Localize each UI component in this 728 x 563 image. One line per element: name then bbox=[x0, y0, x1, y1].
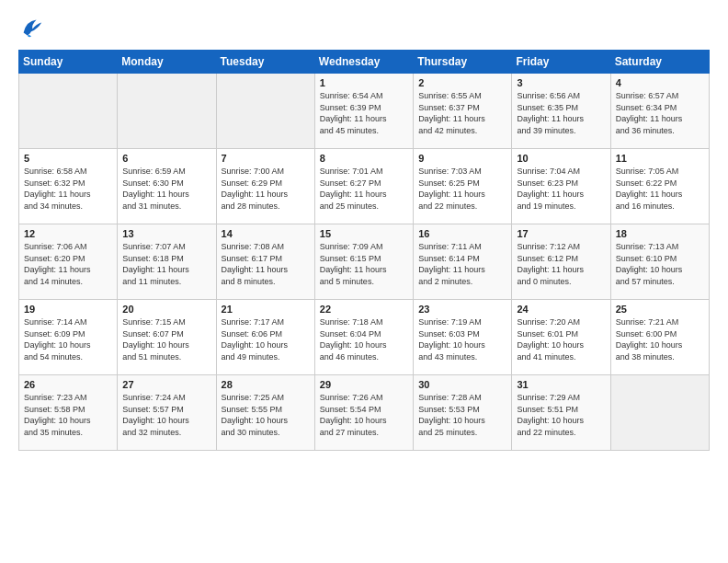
calendar-cell: 6Sunrise: 6:59 AM Sunset: 6:30 PM Daylig… bbox=[118, 149, 216, 224]
calendar-cell: 28Sunrise: 7:25 AM Sunset: 5:55 PM Dayli… bbox=[216, 375, 314, 451]
calendar-cell: 21Sunrise: 7:17 AM Sunset: 6:06 PM Dayli… bbox=[216, 300, 314, 375]
day-number: 12 bbox=[24, 228, 112, 239]
day-info: Sunrise: 7:20 AM Sunset: 6:01 PM Dayligh… bbox=[517, 316, 605, 362]
day-number: 6 bbox=[122, 153, 210, 164]
day-info: Sunrise: 7:00 AM Sunset: 6:29 PM Dayligh… bbox=[222, 166, 310, 212]
day-info: Sunrise: 6:55 AM Sunset: 6:37 PM Dayligh… bbox=[418, 90, 506, 136]
day-info: Sunrise: 7:15 AM Sunset: 6:07 PM Dayligh… bbox=[122, 316, 210, 362]
day-number: 7 bbox=[222, 153, 310, 164]
day-info: Sunrise: 7:29 AM Sunset: 5:51 PM Dayligh… bbox=[517, 392, 605, 438]
logo bbox=[18, 15, 48, 40]
calendar-cell: 15Sunrise: 7:09 AM Sunset: 6:15 PM Dayli… bbox=[314, 224, 413, 300]
day-number: 28 bbox=[222, 379, 310, 390]
day-number: 31 bbox=[517, 379, 605, 390]
page-container: SundayMondayTuesdayWednesdayThursdayFrid… bbox=[0, 0, 728, 460]
day-info: Sunrise: 7:13 AM Sunset: 6:10 PM Dayligh… bbox=[616, 241, 704, 287]
calendar-cell: 18Sunrise: 7:13 AM Sunset: 6:10 PM Dayli… bbox=[610, 224, 709, 300]
calendar-cell: 25Sunrise: 7:21 AM Sunset: 6:00 PM Dayli… bbox=[610, 300, 709, 375]
day-info: Sunrise: 7:28 AM Sunset: 5:53 PM Dayligh… bbox=[418, 392, 506, 438]
day-number: 18 bbox=[616, 228, 704, 239]
calendar-cell: 8Sunrise: 7:01 AM Sunset: 6:27 PM Daylig… bbox=[314, 149, 413, 224]
calendar-cell: 29Sunrise: 7:26 AM Sunset: 5:54 PM Dayli… bbox=[314, 375, 413, 451]
calendar-cell: 13Sunrise: 7:07 AM Sunset: 6:18 PM Dayli… bbox=[118, 224, 216, 300]
day-number: 4 bbox=[616, 77, 704, 88]
day-info: Sunrise: 7:05 AM Sunset: 6:22 PM Dayligh… bbox=[616, 166, 704, 212]
day-info: Sunrise: 7:17 AM Sunset: 6:06 PM Dayligh… bbox=[222, 316, 310, 362]
day-info: Sunrise: 7:21 AM Sunset: 6:00 PM Dayligh… bbox=[616, 316, 704, 362]
calendar-week-2: 5Sunrise: 6:58 AM Sunset: 6:32 PM Daylig… bbox=[19, 149, 710, 224]
calendar-cell: 27Sunrise: 7:24 AM Sunset: 5:57 PM Dayli… bbox=[118, 375, 216, 451]
calendar-cell: 31Sunrise: 7:29 AM Sunset: 5:51 PM Dayli… bbox=[512, 375, 610, 451]
day-info: Sunrise: 7:11 AM Sunset: 6:14 PM Dayligh… bbox=[418, 241, 506, 287]
day-number: 10 bbox=[517, 153, 605, 164]
calendar-cell: 17Sunrise: 7:12 AM Sunset: 6:12 PM Dayli… bbox=[512, 224, 610, 300]
calendar-cell bbox=[19, 74, 118, 149]
calendar-cell: 3Sunrise: 6:56 AM Sunset: 6:35 PM Daylig… bbox=[512, 74, 610, 149]
calendar-cell bbox=[216, 74, 314, 149]
calendar-cell: 2Sunrise: 6:55 AM Sunset: 6:37 PM Daylig… bbox=[414, 74, 512, 149]
calendar-cell: 12Sunrise: 7:06 AM Sunset: 6:20 PM Dayli… bbox=[19, 224, 118, 300]
day-info: Sunrise: 7:25 AM Sunset: 5:55 PM Dayligh… bbox=[222, 392, 310, 438]
day-number: 5 bbox=[24, 153, 112, 164]
day-info: Sunrise: 7:23 AM Sunset: 5:58 PM Dayligh… bbox=[24, 392, 112, 438]
day-info: Sunrise: 7:07 AM Sunset: 6:18 PM Dayligh… bbox=[122, 241, 210, 287]
day-number: 16 bbox=[418, 228, 506, 239]
calendar-cell: 7Sunrise: 7:00 AM Sunset: 6:29 PM Daylig… bbox=[216, 149, 314, 224]
calendar-week-4: 19Sunrise: 7:14 AM Sunset: 6:09 PM Dayli… bbox=[19, 300, 710, 375]
calendar-cell: 5Sunrise: 6:58 AM Sunset: 6:32 PM Daylig… bbox=[19, 149, 118, 224]
day-header-sunday: Sunday bbox=[19, 51, 118, 74]
logo-bird-icon bbox=[18, 15, 44, 40]
day-number: 15 bbox=[320, 228, 408, 239]
day-info: Sunrise: 6:57 AM Sunset: 6:34 PM Dayligh… bbox=[616, 90, 704, 136]
day-info: Sunrise: 7:08 AM Sunset: 6:17 PM Dayligh… bbox=[222, 241, 310, 287]
day-number: 3 bbox=[517, 77, 605, 88]
day-header-thursday: Thursday bbox=[414, 51, 512, 74]
calendar-cell: 24Sunrise: 7:20 AM Sunset: 6:01 PM Dayli… bbox=[512, 300, 610, 375]
calendar-week-1: 1Sunrise: 6:54 AM Sunset: 6:39 PM Daylig… bbox=[19, 74, 710, 149]
day-info: Sunrise: 7:09 AM Sunset: 6:15 PM Dayligh… bbox=[320, 241, 408, 287]
day-info: Sunrise: 7:26 AM Sunset: 5:54 PM Dayligh… bbox=[320, 392, 408, 438]
day-header-wednesday: Wednesday bbox=[314, 51, 413, 74]
page-header bbox=[18, 15, 710, 40]
calendar-cell: 14Sunrise: 7:08 AM Sunset: 6:17 PM Dayli… bbox=[216, 224, 314, 300]
calendar-cell: 10Sunrise: 7:04 AM Sunset: 6:23 PM Dayli… bbox=[512, 149, 610, 224]
day-header-saturday: Saturday bbox=[610, 51, 709, 74]
day-info: Sunrise: 6:56 AM Sunset: 6:35 PM Dayligh… bbox=[517, 90, 605, 136]
day-info: Sunrise: 7:19 AM Sunset: 6:03 PM Dayligh… bbox=[418, 316, 506, 362]
day-info: Sunrise: 7:06 AM Sunset: 6:20 PM Dayligh… bbox=[24, 241, 112, 287]
day-number: 8 bbox=[320, 153, 408, 164]
day-info: Sunrise: 7:24 AM Sunset: 5:57 PM Dayligh… bbox=[122, 392, 210, 438]
day-info: Sunrise: 7:03 AM Sunset: 6:25 PM Dayligh… bbox=[418, 166, 506, 212]
calendar-cell: 19Sunrise: 7:14 AM Sunset: 6:09 PM Dayli… bbox=[19, 300, 118, 375]
day-info: Sunrise: 6:58 AM Sunset: 6:32 PM Dayligh… bbox=[24, 166, 112, 212]
calendar-header-row: SundayMondayTuesdayWednesdayThursdayFrid… bbox=[19, 51, 710, 74]
calendar-cell: 11Sunrise: 7:05 AM Sunset: 6:22 PM Dayli… bbox=[610, 149, 709, 224]
day-number: 17 bbox=[517, 228, 605, 239]
calendar-cell: 20Sunrise: 7:15 AM Sunset: 6:07 PM Dayli… bbox=[118, 300, 216, 375]
day-number: 1 bbox=[320, 77, 408, 88]
day-header-friday: Friday bbox=[512, 51, 610, 74]
calendar-cell: 23Sunrise: 7:19 AM Sunset: 6:03 PM Dayli… bbox=[414, 300, 512, 375]
day-number: 2 bbox=[418, 77, 506, 88]
calendar-week-3: 12Sunrise: 7:06 AM Sunset: 6:20 PM Dayli… bbox=[19, 224, 710, 300]
day-number: 29 bbox=[320, 379, 408, 390]
day-number: 9 bbox=[418, 153, 506, 164]
day-info: Sunrise: 7:14 AM Sunset: 6:09 PM Dayligh… bbox=[24, 316, 112, 362]
day-info: Sunrise: 6:54 AM Sunset: 6:39 PM Dayligh… bbox=[320, 90, 408, 136]
day-header-tuesday: Tuesday bbox=[216, 51, 314, 74]
day-number: 14 bbox=[222, 228, 310, 239]
day-number: 21 bbox=[222, 304, 310, 315]
calendar-cell bbox=[610, 375, 709, 451]
calendar-cell: 1Sunrise: 6:54 AM Sunset: 6:39 PM Daylig… bbox=[314, 74, 413, 149]
day-number: 23 bbox=[418, 304, 506, 315]
day-number: 11 bbox=[616, 153, 704, 164]
calendar-cell: 30Sunrise: 7:28 AM Sunset: 5:53 PM Dayli… bbox=[414, 375, 512, 451]
calendar-cell bbox=[118, 74, 216, 149]
day-info: Sunrise: 7:01 AM Sunset: 6:27 PM Dayligh… bbox=[320, 166, 408, 212]
day-number: 22 bbox=[320, 304, 408, 315]
day-info: Sunrise: 7:18 AM Sunset: 6:04 PM Dayligh… bbox=[320, 316, 408, 362]
day-number: 24 bbox=[517, 304, 605, 315]
day-number: 27 bbox=[122, 379, 210, 390]
day-number: 13 bbox=[122, 228, 210, 239]
calendar-cell: 22Sunrise: 7:18 AM Sunset: 6:04 PM Dayli… bbox=[314, 300, 413, 375]
